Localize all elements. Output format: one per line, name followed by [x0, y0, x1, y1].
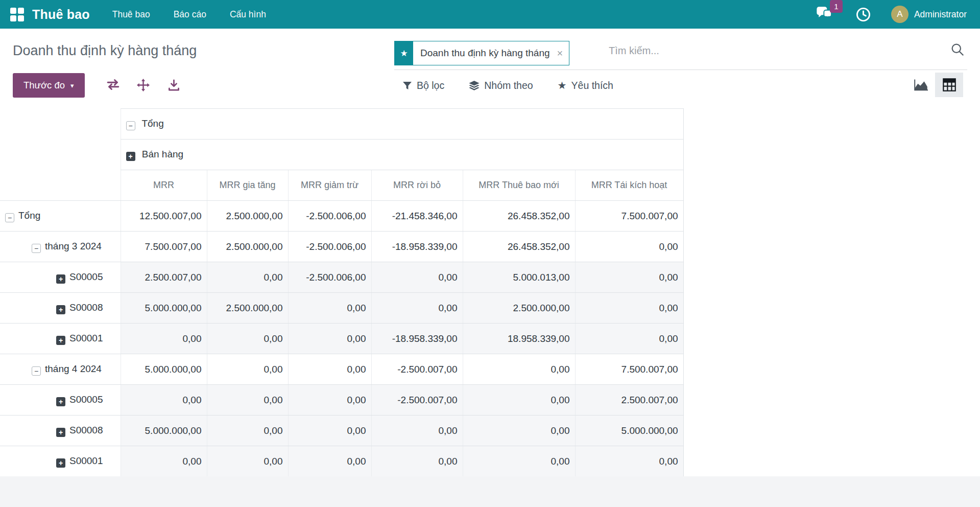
search-input[interactable]: [609, 45, 895, 57]
group-by-button[interactable]: Nhóm theo: [469, 80, 533, 91]
expand-icon[interactable]: +: [56, 397, 65, 406]
measure-header-mrr-giam-tru[interactable]: MRR giảm trừ: [288, 170, 371, 201]
pivot-cell: -2.500.007,00: [371, 385, 463, 416]
row-header-s00005[interactable]: +S00005: [0, 262, 121, 293]
measure-header-mrr-gia-tang[interactable]: MRR gia tăng: [207, 170, 288, 201]
facet-remove-button[interactable]: ×: [554, 41, 569, 65]
pivot-cell: 0,00: [207, 385, 288, 416]
row-header-s00008[interactable]: +S00008: [0, 293, 121, 324]
pivot-cell: -2.500.007,00: [371, 354, 463, 385]
pivot-cell: 0,00: [207, 262, 288, 293]
pivot-cell: 5.000.013,00: [463, 262, 575, 293]
pivot-cell: 5.000.000,00: [121, 354, 207, 385]
apps-menu-icon[interactable]: [10, 8, 24, 21]
pivot-cell: 0,00: [121, 324, 207, 354]
pivot-cell: 12.500.007,00: [121, 201, 207, 232]
clock-icon: [856, 7, 871, 22]
table-row: +S00008 5.000.000,00 0,00 0,00 0,00 0,00…: [0, 416, 683, 446]
pivot-cell: 0,00: [288, 293, 371, 324]
pivot-cell: 0,00: [121, 385, 207, 416]
pivot-cell: 0,00: [463, 416, 575, 446]
measures-button[interactable]: Thước đo ▾: [13, 73, 85, 98]
pivot-cell: 2.500.007,00: [575, 385, 683, 416]
pivot-cell: 18.958.339,00: [463, 324, 575, 354]
menu-item-thue-bao[interactable]: Thuê bao: [112, 9, 150, 20]
row-header-thang-3-2024[interactable]: −tháng 3 2024: [0, 232, 121, 262]
measure-header-mrr-roi-bo[interactable]: MRR rời bỏ: [371, 170, 463, 201]
row-label: S00008: [69, 302, 103, 313]
row-label: S00001: [69, 455, 103, 466]
row-header-total[interactable]: −Tổng: [0, 201, 121, 232]
pivot-corner-cell: [0, 109, 121, 140]
column-header-total[interactable]: − Tổng: [121, 109, 683, 140]
pivot-view-button[interactable]: [935, 73, 963, 97]
activities-button[interactable]: [856, 7, 871, 22]
expand-icon[interactable]: +: [126, 152, 135, 161]
collapse-icon[interactable]: −: [5, 213, 14, 222]
pivot-cell: 2.500.000,00: [207, 293, 288, 324]
collapse-icon[interactable]: −: [126, 121, 135, 130]
collapse-icon[interactable]: −: [32, 366, 41, 376]
pivot-cell: 0,00: [288, 354, 371, 385]
user-menu[interactable]: A Administrator: [891, 6, 967, 23]
pivot-cell: 0,00: [288, 385, 371, 416]
menu-item-cau-hinh[interactable]: Cấu hình: [230, 9, 266, 20]
row-header-s00001[interactable]: +S00001: [0, 446, 121, 477]
expand-all-button[interactable]: [137, 79, 150, 91]
measures-button-label: Thước đo: [23, 80, 65, 91]
pivot-cell: 0,00: [207, 446, 288, 477]
pivot-cell: 2.500.000,00: [463, 293, 575, 324]
expand-icon[interactable]: +: [56, 458, 65, 468]
pivot-cell: 5.000.000,00: [575, 416, 683, 446]
expand-icon[interactable]: +: [56, 428, 65, 437]
row-label: S00005: [69, 394, 103, 405]
filters-button[interactable]: Bộ lọc: [402, 80, 444, 91]
search-facet: ★ Doanh thu định kỳ hàng tháng ×: [394, 41, 569, 65]
flip-axes-button[interactable]: [106, 79, 121, 90]
expand-icon[interactable]: +: [56, 336, 65, 345]
measure-header-mrr[interactable]: MRR: [121, 170, 207, 201]
collapse-icon[interactable]: −: [32, 244, 41, 253]
table-row: −tháng 3 2024 7.500.007,00 2.500.000,00 …: [0, 232, 683, 262]
row-header-thang-4-2024[interactable]: −tháng 4 2024: [0, 354, 121, 385]
column-header-sales[interactable]: + Bán hàng: [121, 140, 683, 170]
pivot-cell: 5.000.000,00: [121, 416, 207, 446]
pivot-corner-cell: [0, 140, 121, 170]
pivot-cell: 7.500.007,00: [575, 201, 683, 232]
favorites-label: Yêu thích: [571, 80, 613, 91]
pivot-cell: 0,00: [371, 293, 463, 324]
messages-button[interactable]: 1: [816, 6, 832, 22]
pivot-cell: 0,00: [575, 324, 683, 354]
download-icon: [168, 79, 180, 91]
app-window: Thuê bao Thuê bao Báo cáo Cấu hình 1: [0, 0, 980, 507]
search-button[interactable]: [951, 43, 964, 56]
row-header-s00005[interactable]: +S00005: [0, 385, 121, 416]
measure-header-mrr-thue-bao-moi[interactable]: MRR Thuê bao mới: [463, 170, 575, 201]
favorites-button[interactable]: ★ Yêu thích: [558, 80, 613, 91]
pivot-table: − Tổng + Bán hàng MRR MRR gia tăng MRR g…: [0, 108, 684, 477]
pivot-cell: -2.500.006,00: [288, 201, 371, 232]
table-row: −Tổng 12.500.007,00 2.500.000,00 -2.500.…: [0, 201, 683, 232]
page-title: Doanh thu định kỳ hàng tháng: [13, 43, 197, 59]
graph-view-button[interactable]: [907, 73, 935, 97]
expand-icon[interactable]: +: [56, 305, 65, 314]
row-label: S00005: [69, 271, 103, 282]
expand-icon[interactable]: +: [56, 274, 65, 284]
pivot-cell: 0,00: [288, 324, 371, 354]
row-header-s00001[interactable]: +S00001: [0, 324, 121, 354]
row-header-s00008[interactable]: +S00008: [0, 416, 121, 446]
search-underline: [394, 70, 967, 70]
download-button[interactable]: [168, 79, 180, 91]
group-by-label: Nhóm theo: [484, 80, 533, 91]
table-row: +S00005 0,00 0,00 0,00 -2.500.007,00 0,0…: [0, 385, 683, 416]
search-icon: [951, 43, 964, 56]
filters-label: Bộ lọc: [417, 80, 444, 91]
app-brand[interactable]: Thuê bao: [32, 7, 90, 22]
measure-header-mrr-tai-kich-hoat[interactable]: MRR Tái kích hoạt: [575, 170, 683, 201]
pivot-cell: 5.000.000,00: [121, 293, 207, 324]
row-label: S00008: [69, 425, 103, 435]
menu-item-bao-cao[interactable]: Báo cáo: [174, 9, 206, 20]
pivot-cell: 0,00: [463, 354, 575, 385]
table-row: +S00005 2.500.007,00 0,00 -2.500.006,00 …: [0, 262, 683, 293]
pivot-table-icon: [943, 78, 956, 91]
